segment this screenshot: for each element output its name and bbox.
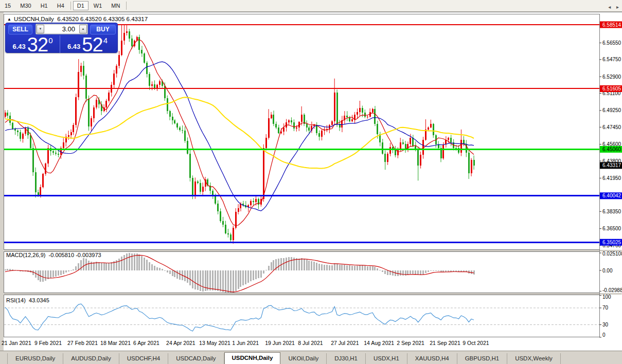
- sell-price-big: 32: [27, 37, 48, 53]
- chart-title: ▲USDCNH,Daily 6.43520 6.43520 6.43305 6.…: [7, 16, 148, 22]
- rsi-name: RSI(14): [6, 297, 26, 303]
- buy-price-prefix: 6.43: [67, 43, 80, 50]
- price-tick-label: 6.52900: [602, 74, 621, 80]
- date-tick-label: 21 Jan 2021: [2, 340, 31, 346]
- rsi-tick-label: 0: [602, 332, 606, 338]
- date-tick-label: 24 Apr 2021: [166, 340, 196, 346]
- macd-name: MACD(12,26,9): [6, 252, 45, 258]
- tab-dj30-h1[interactable]: DJ30,H1: [327, 353, 366, 364]
- date-tick-label: 27 Jul 2021: [331, 340, 359, 346]
- date-tick-label: 8 Jul 2021: [298, 340, 323, 346]
- macd-values: -0.005810 -0.003973: [49, 252, 101, 258]
- price-badge-text: 6.58514: [602, 22, 621, 28]
- symbol-tab-bar: EURUSD,DailyAUDUSD,DailyUSDCHF,H4USDCAD,…: [0, 351, 622, 364]
- volume-stepper: ▼ ▲: [35, 24, 88, 34]
- date-tick-label: 19 Jun 2021: [265, 340, 295, 346]
- tab-xauusd-h4[interactable]: XAUUSD,H4: [407, 353, 457, 364]
- sell-button[interactable]: SELL: [8, 25, 32, 34]
- tab-scroll-left-icon[interactable]: ◂: [608, 4, 611, 10]
- date-tick-label: 27 Feb 2021: [67, 340, 98, 346]
- tab-audusd-daily[interactable]: AUDUSD,Daily: [63, 353, 119, 364]
- date-tick-label: 18 Mar 2021: [100, 340, 131, 346]
- tab-scroll-arrows: ◂ ▸: [604, 4, 619, 10]
- price-badge-text: 6.35025: [602, 240, 621, 245]
- price-badge-text: 6.43317: [602, 162, 621, 168]
- terminal-window: 15M30H1H4D1W1MN 6.565506.547506.529006.5…: [0, 0, 622, 364]
- tab-usdcad-daily[interactable]: USDCAD,Daily: [168, 353, 224, 364]
- macd-label: MACD(12,26,9) -0.005810 -0.003973: [6, 252, 101, 258]
- tab-usdcnh-daily[interactable]: USDCNH,Daily: [224, 352, 281, 364]
- tab-gbpusd-h1[interactable]: GBPUSD,H1: [457, 353, 507, 364]
- price-badge-text: 6.45060: [602, 147, 621, 152]
- ohlc-values: 6.43520 6.43520 6.43305 6.43317: [57, 16, 148, 22]
- volume-input[interactable]: [44, 25, 79, 33]
- tab-eurusd-daily[interactable]: EURUSD,Daily: [7, 353, 63, 364]
- volume-increase-button[interactable]: ▲: [79, 25, 87, 33]
- rsi-label: RSI(14) 43.0345: [6, 297, 49, 303]
- sell-price-prefix: 6.43: [13, 43, 26, 50]
- price-tick-label: 6.47450: [602, 124, 621, 130]
- date-tick-label: 2 Sep 2021: [397, 340, 424, 346]
- buy-button[interactable]: BUY: [90, 25, 116, 34]
- price-tick-label: 6.56550: [602, 40, 621, 46]
- price-tick-label: 6.54750: [602, 57, 621, 62]
- buy-price-superscript: 4: [103, 36, 108, 45]
- tab-scroll-right-icon[interactable]: ▸: [616, 4, 619, 10]
- tab-usdx-weekly[interactable]: USDX,Weekly: [507, 353, 561, 364]
- macd-tick-label: 0.00: [602, 268, 613, 274]
- tab-usdx-h1[interactable]: USDX,H1: [366, 353, 407, 364]
- date-tick-label: 14 Aug 2021: [364, 340, 394, 346]
- symbol-timeframe-label: USDCNH,Daily: [14, 16, 54, 22]
- tab-usdchf-h4[interactable]: USDCHF,H4: [119, 353, 169, 364]
- volume-decrease-button[interactable]: ▼: [37, 25, 44, 33]
- sell-price-superscript: 0: [48, 36, 52, 45]
- date-tick-label: 6 Apr 2021: [133, 340, 159, 346]
- macd-tick-label: 0.025108: [602, 251, 622, 257]
- price-tick-label: 6.41950: [602, 175, 621, 181]
- tab-ukoil-daily[interactable]: UKOil,Daily: [280, 353, 327, 364]
- sell-price-display[interactable]: 6.43 32 0: [6, 35, 60, 53]
- rsi-value: 43.0345: [29, 297, 49, 303]
- date-tick-label: 21 Sep 2021: [430, 340, 460, 346]
- rsi-tick-label: 30: [602, 322, 609, 327]
- rsi-tick-label: 70: [602, 305, 609, 311]
- date-tick-label: 1 Jun 2021: [232, 340, 259, 346]
- price-tick-label: 6.49250: [602, 107, 621, 113]
- macd-tick-label: -0.02988: [602, 287, 622, 293]
- one-click-trading-panel: SELL ▼ ▲ BUY 6.43 32 0 6.43 52 4: [5, 23, 118, 53]
- price-tick-label: 6.38350: [602, 209, 621, 214]
- buy-price-big: 52: [82, 37, 102, 53]
- price-badge-text: 6.51605: [602, 86, 621, 92]
- buy-price-display[interactable]: 6.43 52 4: [60, 35, 115, 53]
- rsi-tick-label: 100: [602, 294, 611, 300]
- collapse-triangle-icon[interactable]: ▲: [7, 17, 11, 22]
- date-tick-label: 9 Oct 2021: [463, 340, 489, 346]
- price-badge-text: 6.40042: [602, 193, 621, 198]
- date-tick-label: 13 May 2021: [199, 340, 230, 346]
- price-tick-label: 6.36500: [602, 226, 621, 231]
- date-tick-label: 9 Feb 2021: [34, 340, 62, 346]
